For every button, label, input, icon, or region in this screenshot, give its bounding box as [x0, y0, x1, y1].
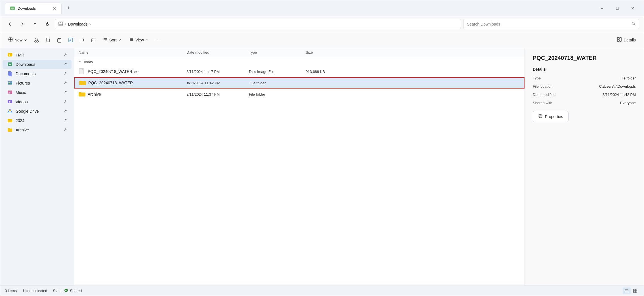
- svg-rect-40: [8, 81, 12, 85]
- documents-label: Documents: [16, 72, 36, 76]
- list-view-button[interactable]: [623, 287, 631, 294]
- sidebar-item-pictures[interactable]: Pictures: [3, 79, 72, 88]
- svg-rect-67: [635, 291, 637, 293]
- view-chevron-icon: [146, 38, 148, 42]
- cut-button[interactable]: [32, 35, 42, 45]
- view-toggle-buttons: [623, 287, 639, 294]
- details-label: Details: [624, 38, 636, 42]
- documents-icon: [7, 71, 13, 77]
- svg-rect-51: [8, 119, 10, 120]
- column-type[interactable]: Type: [249, 50, 306, 54]
- sort-label: Sort: [109, 38, 117, 42]
- tab-close-button[interactable]: [52, 6, 57, 11]
- googledrive-label: Google Drive: [16, 109, 39, 114]
- view-button[interactable]: View: [126, 35, 152, 45]
- add-tab-button[interactable]: +: [64, 4, 73, 13]
- active-tab[interactable]: Downloads: [5, 3, 62, 14]
- sidebar-item-googledrive[interactable]: Google Drive: [3, 107, 72, 116]
- 2024-label: 2024: [16, 118, 24, 123]
- refresh-button[interactable]: [42, 19, 53, 29]
- file-date-water-folder: 8/11/2024 11:42 PM: [187, 81, 249, 85]
- address-bar[interactable]: › Downloads ›: [55, 19, 461, 29]
- tab-icon: [10, 5, 15, 11]
- selected-count: 1 item selected: [22, 289, 47, 293]
- group-label: Today: [83, 60, 93, 64]
- archive-label: Archive: [16, 128, 29, 132]
- sidebar-item-2024[interactable]: 2024: [3, 116, 72, 125]
- details-row-file-location: File location C:\Users\tf\Downloads: [533, 84, 636, 89]
- forward-button[interactable]: [17, 19, 28, 29]
- svg-point-13: [35, 41, 36, 42]
- close-button[interactable]: ✕: [626, 4, 639, 12]
- downloads-label: Downloads: [16, 62, 35, 67]
- paste-button[interactable]: [54, 35, 64, 45]
- sort-button[interactable]: Sort: [100, 35, 125, 45]
- file-label-water-folder: PQC_20240718_WATER: [88, 81, 133, 85]
- up-button[interactable]: [30, 19, 40, 29]
- sidebar-item-tmr[interactable]: TTMR: [3, 51, 72, 60]
- grid-view-button[interactable]: [631, 287, 639, 294]
- file-row-archive-folder[interactable]: Archive 8/11/2024 11:37 PM File folder: [74, 89, 525, 100]
- column-date[interactable]: Date modified: [186, 50, 249, 54]
- sidebar-item-documents[interactable]: Documents: [3, 69, 72, 78]
- file-row-water-folder[interactable]: PQC_20240718_WATER 8/11/2024 11:42 PM Fi…: [74, 77, 525, 89]
- svg-rect-16: [46, 38, 49, 41]
- googledrive-pin: [64, 109, 67, 114]
- archive-pin: [64, 128, 67, 132]
- more-button[interactable]: ···: [153, 35, 163, 45]
- sidebar: TTMRDownloadsDocumentsPicturesMusicVideo…: [0, 48, 74, 285]
- new-icon: [8, 37, 13, 43]
- address-path-item[interactable]: Downloads: [68, 22, 87, 26]
- details-fields: Type File folder File location C:\Users\…: [533, 76, 636, 105]
- svg-text:A: A: [69, 39, 71, 42]
- svg-rect-31: [617, 37, 619, 39]
- file-icon-iso-file: [79, 68, 85, 75]
- address-separator-2: ›: [89, 22, 91, 27]
- 2024-pin: [64, 119, 67, 123]
- svg-rect-66: [633, 291, 635, 293]
- tab-title: Downloads: [18, 6, 36, 11]
- copy-button[interactable]: [43, 35, 53, 45]
- file-type-water-folder: File folder: [249, 81, 306, 85]
- share-button[interactable]: [77, 35, 87, 45]
- column-name[interactable]: Name: [79, 50, 186, 54]
- nav-bar: › Downloads ›: [0, 16, 644, 32]
- details-button[interactable]: Details: [613, 35, 639, 45]
- rename-button[interactable]: A: [66, 35, 76, 45]
- delete-button[interactable]: [88, 35, 98, 45]
- content-area: Name Date modified Type Size Today PQC_2…: [74, 48, 525, 285]
- downloads-pin: [64, 62, 67, 67]
- sidebar-item-music[interactable]: Music: [3, 88, 72, 97]
- details-item-title: PQC_20240718_WATER: [533, 55, 636, 61]
- file-icon-water-folder: [79, 79, 86, 86]
- file-name-water-folder: PQC_20240718_WATER: [79, 79, 187, 86]
- column-size[interactable]: Size: [306, 50, 351, 54]
- maximize-button[interactable]: □: [611, 4, 624, 12]
- pictures-icon: [7, 80, 13, 86]
- back-button[interactable]: [5, 19, 15, 29]
- search-input[interactable]: [467, 22, 629, 26]
- sidebar-item-videos[interactable]: Videos: [3, 97, 72, 106]
- state-label: State:: [53, 289, 62, 293]
- svg-rect-65: [635, 289, 637, 291]
- new-button[interactable]: New: [5, 35, 30, 45]
- search-bar[interactable]: [463, 19, 639, 29]
- minimize-button[interactable]: −: [595, 4, 609, 12]
- details-label: File location: [533, 84, 552, 89]
- properties-button[interactable]: Properties: [533, 111, 569, 122]
- item-count: 3 items: [5, 289, 17, 293]
- documents-pin: [64, 72, 67, 76]
- window-controls: − □ ✕: [595, 4, 639, 12]
- properties-icon: [538, 114, 543, 119]
- details-row-shared-with: Shared with Everyone: [533, 101, 636, 105]
- file-row-iso-file[interactable]: PQC_20240718_WATER.iso 8/11/2024 11:17 P…: [74, 66, 525, 77]
- svg-rect-64: [633, 289, 635, 291]
- group-collapse-icon[interactable]: [79, 60, 81, 64]
- properties-label: Properties: [545, 114, 563, 119]
- details-value: 8/11/2024 11:42 PM: [603, 93, 636, 97]
- details-icon: [617, 37, 622, 43]
- sidebar-item-downloads[interactable]: Downloads: [3, 60, 72, 69]
- svg-point-14: [37, 41, 39, 42]
- music-pin: [64, 91, 67, 95]
- sidebar-item-archive[interactable]: Archive: [3, 125, 72, 135]
